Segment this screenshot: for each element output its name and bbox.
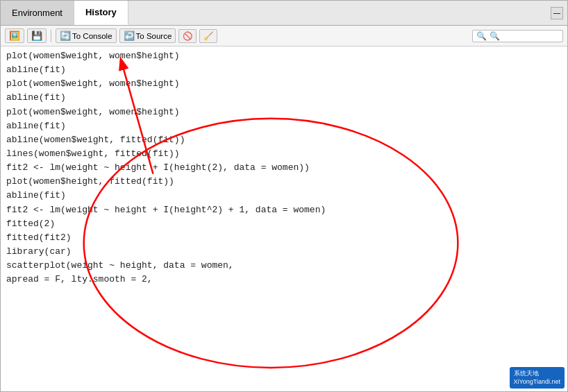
watermark-line1: 系统天地 (514, 369, 560, 378)
watermark: 系统天地 XiYongTiandi.net (510, 367, 565, 389)
tab-environment-label: Environment (12, 8, 62, 18)
code-line: abline(fit) (6, 63, 562, 77)
code-line: fitted(2) (6, 217, 562, 231)
to-source-icon: ↩️ (124, 31, 135, 41)
code-line: library(car) (6, 245, 562, 259)
code-line: abline(women$weight, fitted(fit)) (6, 133, 562, 147)
minimize-button[interactable]: — (551, 7, 563, 19)
delete-icon: 🚫 (183, 31, 192, 41)
watermark-line2: XiYongTiandi.net (514, 377, 560, 386)
to-console-label: To Console (72, 32, 112, 40)
tab-history-label: History (85, 7, 117, 17)
tab-environment[interactable]: Environment (1, 1, 74, 25)
code-line: fitted(fit2) (6, 231, 562, 245)
delete-button[interactable]: 🚫 (178, 29, 197, 43)
code-line: abline(fit) (6, 119, 562, 133)
load-history-button[interactable]: 🖼️ (5, 28, 24, 43)
to-console-icon: 🔄 (60, 31, 71, 41)
broom-button[interactable]: 🧹 (199, 29, 217, 43)
load-icon: 🖼️ (9, 31, 20, 41)
to-source-label: To Source (136, 32, 172, 40)
code-line: scatterplot(weight ~ height, data = wome… (6, 259, 562, 273)
search-icon: 🔍 (476, 31, 487, 41)
broom-icon: 🧹 (203, 31, 213, 41)
code-line: plot(women$weight, women$height) (6, 77, 562, 91)
toolbar: 🖼️ 💾 🔄 To Console ↩️ To Source 🚫 🧹 🔍 (1, 26, 567, 46)
tab-spacer (128, 1, 546, 25)
search-input[interactable] (490, 31, 559, 41)
code-line: lines(women$weight, fitted(fit)) (6, 147, 562, 161)
code-line: plot(women$height, fitted(fit)) (6, 175, 562, 189)
code-line: fit2 <- lm(weight ~ height + I(height(2)… (6, 161, 562, 175)
tab-bar: Environment History — (1, 1, 567, 26)
toolbar-separator-1 (51, 30, 51, 42)
search-box: 🔍 (472, 30, 563, 42)
save-icon: 💾 (31, 31, 42, 41)
code-line: plot(women$weight, women$height) (6, 49, 562, 63)
to-console-button[interactable]: 🔄 To Console (56, 28, 117, 43)
history-content[interactable]: plot(women$weight, women$height) abline(… (1, 46, 567, 391)
to-source-button[interactable]: ↩️ To Source (119, 28, 176, 43)
rstudio-panel: Environment History — 🖼️ 💾 🔄 To Console … (0, 0, 568, 392)
tab-history[interactable]: History (74, 1, 128, 25)
code-line: apread = F, lty.smooth = 2, (6, 273, 562, 287)
code-line: abline(fit) (6, 91, 562, 105)
code-line: fit2 <- lm(weight ~ height + I(height^2)… (6, 203, 562, 217)
code-line: plot(women$weight, women$height) (6, 105, 562, 119)
save-history-button[interactable]: 💾 (27, 28, 47, 43)
code-line: abline(fit) (6, 189, 562, 203)
